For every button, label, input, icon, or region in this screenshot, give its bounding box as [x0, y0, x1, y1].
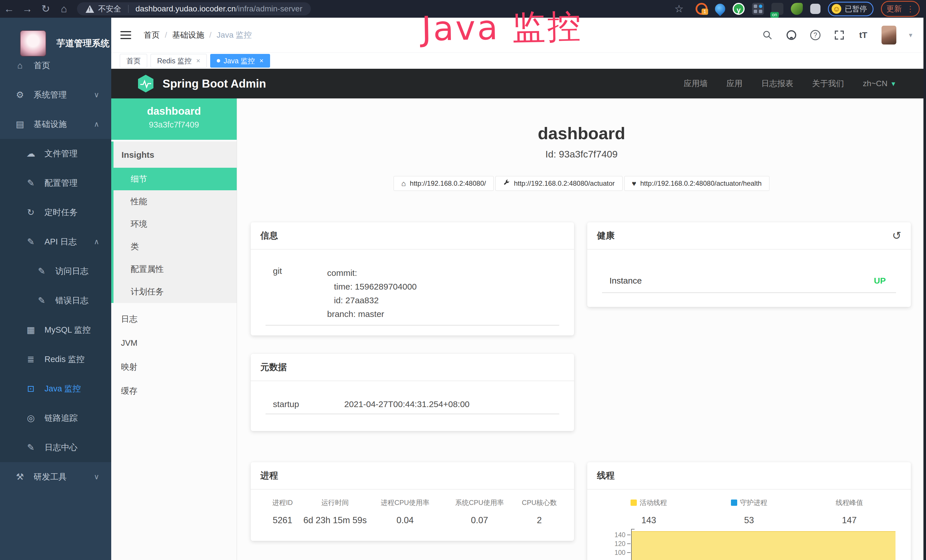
home-icon[interactable]: ⌂ — [55, 3, 73, 15]
actuator-url-button[interactable]: http://192.168.0.2:48080/actuator — [495, 176, 623, 191]
sba-item-config-properties[interactable]: 配置属性 — [113, 258, 237, 280]
instance-health-row[interactable]: Instance UP — [602, 276, 896, 286]
sba-item-metrics[interactable]: 性能 — [113, 190, 237, 213]
on-switch-extension-icon[interactable]: on — [772, 3, 784, 15]
history-icon[interactable]: ↺ — [892, 229, 901, 242]
green-y-extension-icon[interactable]: y — [732, 3, 744, 15]
sba-item-caches[interactable]: 缓存 — [111, 379, 237, 403]
sba-item-environment[interactable]: 环境 — [113, 213, 237, 235]
sidebar-item-dev-tools[interactable]: ⚒ 研发工具 ∨ — [0, 462, 111, 492]
address-bar[interactable]: 不安全 dashboard.yudao.iocoder.cn /infra/ad… — [77, 2, 311, 15]
tab-java-monitor[interactable]: Java 监控 × — [210, 54, 270, 68]
sidebar-item-scheduled-tasks[interactable]: ↻ 定时任务 — [0, 198, 111, 227]
back-icon[interactable]: ← — [0, 3, 18, 15]
y-axis-tick: 120 — [603, 540, 625, 548]
hamburger-menu-icon[interactable] — [120, 31, 131, 39]
sba-item-logs[interactable]: 日志 — [111, 307, 237, 331]
tab-redis-monitor[interactable]: Redis 监控 × — [151, 54, 207, 68]
sidebar-item-infrastructure[interactable]: ▤ 基础设施 ∧ — [0, 109, 111, 139]
chevron-down-icon: ∨ — [94, 472, 99, 481]
browser-menu-dots-icon[interactable]: ⋮ — [906, 4, 914, 14]
sidebar-item-log-center[interactable]: ✎ 日志中心 — [0, 433, 111, 462]
health-card-title: 健康 — [597, 230, 614, 242]
monitor-icon: ▤ — [14, 119, 26, 130]
info-card-body: git commit: time: 1596289704000 id: 27aa… — [251, 250, 574, 325]
y-axis-tickmark — [627, 552, 631, 553]
sba-item-classes[interactable]: 类 — [113, 235, 237, 258]
sba-item-details[interactable]: 细节 — [113, 168, 237, 190]
forward-icon[interactable]: → — [18, 3, 36, 15]
sidebar-item-redis-monitor[interactable]: ≣ Redis 监控 — [0, 345, 111, 374]
bookmark-star-icon[interactable]: ☆ — [670, 3, 688, 15]
sba-root-items: 日志 JVM 映射 缓存 — [111, 303, 237, 403]
sidebar-item-api-logs[interactable]: ✎ API 日志 ∧ — [0, 227, 111, 256]
chevron-down-icon: ∨ — [94, 91, 99, 99]
sba-item-scheduled-tasks[interactable]: 计划任务 — [113, 280, 237, 303]
scrollbar[interactable] — [923, 18, 926, 560]
service-url-button[interactable]: ⌂ http://192.168.0.2:48080/ — [393, 176, 494, 191]
fullscreen-icon[interactable] — [834, 29, 845, 41]
instance-label: Instance — [610, 276, 642, 286]
sidebar-item-access-logs[interactable]: ✎ 访问日志 — [0, 256, 111, 286]
extensions-puzzle-icon[interactable] — [810, 4, 820, 14]
sba-nav-journal[interactable]: 日志报表 — [761, 78, 793, 89]
paused-profile-chip[interactable]: ☺ 已暂停 — [828, 2, 873, 16]
sba-nav-wallboard[interactable]: 应用墙 — [684, 78, 708, 89]
browser-update-button[interactable]: 更新 ⋮ — [881, 1, 920, 17]
sidebar-item-system-management[interactable]: ⚙ 系统管理 ∨ — [0, 80, 111, 109]
location-pin-extension-icon[interactable] — [713, 2, 728, 16]
not-secure-label[interactable]: 不安全 — [98, 4, 121, 14]
grid-extension-icon[interactable] — [752, 3, 764, 15]
font-size-icon[interactable]: tT — [858, 29, 869, 41]
instance-header[interactable]: dashboard 93a3fc7f7409 — [111, 98, 237, 140]
close-icon[interactable]: × — [196, 57, 200, 65]
search-icon[interactable] — [762, 29, 773, 41]
sidebar-item-trace[interactable]: ◎ 链路追踪 — [0, 403, 111, 433]
y-axis-tick: 100 — [603, 549, 625, 557]
breadcrumb-home[interactable]: 首页 — [144, 30, 160, 41]
locale-selector[interactable]: zh~CN ▾ — [863, 79, 895, 88]
sidebar-item-error-logs[interactable]: ✎ 错误日志 — [0, 286, 111, 315]
leaf-extension-icon[interactable] — [791, 3, 803, 15]
user-avatar[interactable] — [882, 26, 896, 44]
edit-icon: ✎ — [24, 442, 37, 453]
infrastructure-submenu: ☁ 文件管理 ✎ 配置管理 ↻ 定时任务 ✎ API 日志 ∧ ✎ — [0, 139, 111, 462]
sba-item-mappings[interactable]: 映射 — [111, 355, 237, 379]
github-icon[interactable] — [786, 29, 797, 41]
process-card: 进程 进程ID 5261 运行时间 6d 23h 15m 59s 进程CPU使用… — [251, 462, 574, 541]
instance-links: ⌂ http://192.168.0.2:48080/ http://192.1… — [237, 176, 926, 191]
health-card-header: 健康 ↺ — [587, 222, 911, 250]
sba-nav-about[interactable]: 关于我们 — [812, 78, 844, 89]
sidebar-item-config-management[interactable]: ✎ 配置管理 — [0, 168, 111, 198]
help-icon[interactable]: ? — [809, 29, 821, 41]
sba-item-jvm[interactable]: JVM — [111, 331, 237, 355]
sba-brand[interactable]: Spring Boot Admin — [136, 74, 266, 93]
sidebar-item-home[interactable]: ⌂ 首页 — [0, 51, 111, 80]
avatar-caret-icon[interactable]: ▾ — [909, 31, 912, 39]
sidebar-item-mysql-monitor[interactable]: ▦ MySQL 监控 — [0, 315, 111, 345]
gear-icon: ⚙ — [14, 89, 26, 100]
health-url-button[interactable]: ♥ http://192.168.0.2:48080/actuator/heal… — [624, 176, 769, 191]
metadata-card-body: startup 2021-04-27T00:44:31.254+08:00 — [251, 381, 574, 414]
table-icon: ▦ — [24, 325, 37, 335]
sidebar-item-label: Redis 监控 — [44, 354, 85, 365]
y-axis-tick: 140 — [603, 531, 625, 539]
tab-home[interactable]: 首页 — [120, 54, 147, 68]
question-glyph: ? — [810, 30, 820, 40]
sidebar-item-file-management[interactable]: ☁ 文件管理 — [0, 139, 111, 168]
edit-icon: ✎ — [35, 266, 48, 277]
layers-icon: ≣ — [24, 354, 37, 365]
stat-value: 0.07 — [443, 515, 516, 525]
close-icon[interactable]: × — [260, 57, 263, 65]
sba-nav-applications[interactable]: 应用 — [727, 78, 743, 89]
info-card-header: 信息 — [251, 222, 574, 250]
sidebar-item-java-monitor[interactable]: ⊡ Java 监控 — [0, 374, 111, 403]
reload-icon[interactable]: ↻ — [36, 3, 55, 15]
live-threads-legend-swatch — [631, 499, 637, 506]
stat-value: 143 — [599, 515, 699, 525]
extension-icon[interactable]: 1 — [696, 3, 708, 15]
git-commit-line: commit: — [327, 266, 417, 280]
sba-logo-icon — [136, 74, 155, 93]
url-path: /infra/admin-server — [236, 4, 302, 14]
breadcrumb-infrastructure[interactable]: 基础设施 — [172, 30, 204, 41]
